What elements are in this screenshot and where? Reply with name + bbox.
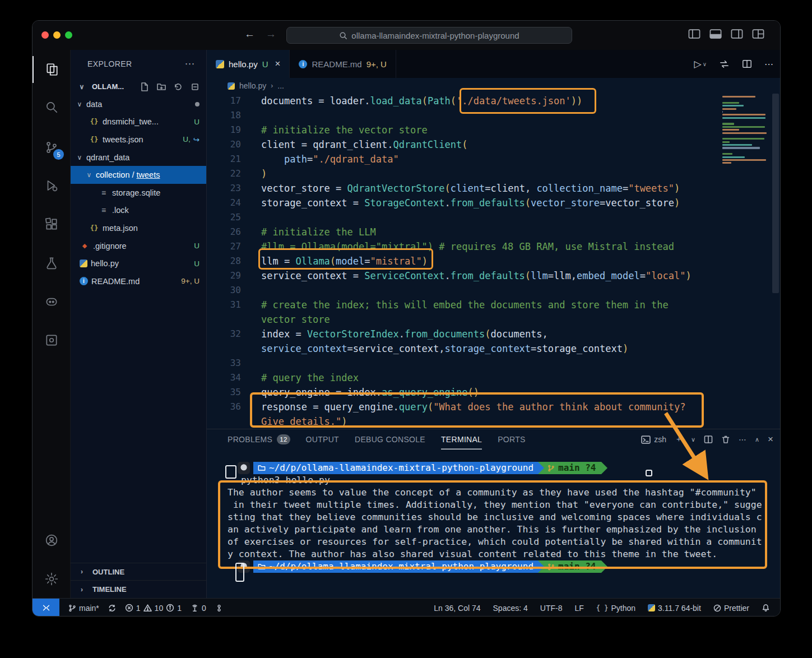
shell-selector[interactable]: zsh bbox=[641, 435, 666, 444]
terminal-prompt-line: ~/d/p/ollama-llamaindex-mixtral-python-p… bbox=[238, 462, 781, 474]
tree-item-gitignore[interactable]: ◆.gitignoreU bbox=[71, 237, 206, 255]
tree-item-dnsmichi-twe[interactable]: {}dnsmichi_twe...U bbox=[71, 113, 206, 131]
tree-item-tweets-json[interactable]: {}tweets.jsonU,↪ bbox=[71, 131, 206, 149]
zoom-window-button[interactable] bbox=[65, 31, 72, 39]
tree-item-data[interactable]: ∨data bbox=[71, 95, 206, 113]
run-debug-icon[interactable] bbox=[33, 172, 71, 199]
line-text: # query the index bbox=[261, 370, 359, 385]
split-editor-icon[interactable] bbox=[742, 59, 752, 69]
new-terminal-icon[interactable]: ＋ bbox=[675, 434, 683, 444]
panel-tab-terminal[interactable]: TERMINAL bbox=[441, 429, 482, 450]
gitlens-status-icon[interactable] bbox=[215, 604, 223, 612]
line-text: vector_store = QdrantVectorStore(client=… bbox=[261, 181, 680, 196]
scm-badge: 5 bbox=[53, 149, 64, 160]
back-button[interactable]: ← bbox=[244, 28, 255, 40]
panel-tab-output[interactable]: OUTPUT bbox=[306, 429, 339, 450]
python-interpreter[interactable]: 3.11.7 64-bit bbox=[648, 604, 701, 613]
toggle-panel-icon[interactable] bbox=[709, 29, 722, 39]
tree-item-meta-json[interactable]: {}meta.json bbox=[71, 219, 206, 237]
remote-tools-icon[interactable] bbox=[33, 327, 71, 354]
panel-tab-label: PROBLEMS bbox=[228, 435, 272, 444]
encoding[interactable]: UTF-8 bbox=[540, 604, 563, 613]
minimap-line bbox=[722, 138, 764, 140]
tab-readme-md[interactable]: i README.md 9+, U bbox=[290, 50, 396, 78]
source-control-icon[interactable]: 5 bbox=[33, 134, 71, 161]
editor-more-icon[interactable]: ⋯ bbox=[764, 59, 773, 69]
breadcrumb[interactable]: hello.py › ... bbox=[207, 78, 781, 94]
terminal-dropdown-icon[interactable]: ∨ bbox=[691, 436, 695, 443]
new-folder-icon[interactable] bbox=[157, 82, 166, 91]
language-mode[interactable]: { } Python bbox=[596, 604, 635, 613]
explorer-more-icon[interactable]: ⋯ bbox=[185, 58, 195, 70]
customize-layout-icon[interactable] bbox=[752, 29, 764, 39]
tree-item-qdrant-data[interactable]: ∨qdrant_data bbox=[71, 149, 206, 166]
panel-tab-label: OUTPUT bbox=[306, 435, 339, 444]
command-center-search[interactable]: ollama-llamaindex-mixtral-python-playgro… bbox=[286, 27, 572, 44]
refresh-icon[interactable] bbox=[174, 82, 183, 91]
code-line: 18 bbox=[207, 108, 781, 123]
terminal[interactable]: ~/d/p/ollama-llamaindex-mixtral-python-p… bbox=[207, 450, 781, 598]
minimap-line bbox=[722, 96, 755, 98]
kill-terminal-icon[interactable] bbox=[721, 435, 730, 444]
close-tab-icon[interactable]: × bbox=[275, 58, 281, 69]
minimize-window-button[interactable] bbox=[53, 31, 61, 39]
forward-button[interactable]: → bbox=[266, 28, 276, 40]
search-view-icon[interactable] bbox=[33, 94, 71, 121]
split-terminal-icon[interactable] bbox=[704, 435, 713, 444]
prettier-icon bbox=[713, 604, 721, 612]
formatter-status[interactable]: Prettier bbox=[713, 604, 749, 613]
sync-status[interactable] bbox=[108, 604, 116, 612]
editor-scrollbar[interactable] bbox=[772, 94, 779, 293]
close-panel-icon[interactable]: × bbox=[768, 434, 773, 445]
toggle-sidebar-icon[interactable] bbox=[688, 29, 700, 39]
tree-item-storage-sqlite[interactable]: ≡storage.sqlite bbox=[71, 184, 206, 202]
terminal-output-line: an actively participate and learn from o… bbox=[228, 523, 781, 536]
chevron-down-icon: ∨ bbox=[85, 171, 94, 179]
extensions-icon[interactable] bbox=[33, 211, 71, 238]
project-section-header[interactable]: ∨ OLLAM... bbox=[71, 78, 206, 95]
line-number: 17 bbox=[207, 94, 241, 108]
line-number bbox=[207, 312, 241, 327]
bottom-panel: PROBLEMS12OUTPUTDEBUG CONSOLETERMINALPOR… bbox=[207, 429, 781, 598]
close-window-button[interactable] bbox=[41, 31, 49, 39]
open-changes-icon[interactable] bbox=[719, 59, 730, 69]
editor-code[interactable]: 17documents = loader.load_data(Path('./d… bbox=[207, 94, 781, 429]
panel-tab-debug-console[interactable]: DEBUG CONSOLE bbox=[355, 429, 425, 450]
terminal-output-line: in their tweet multiple times. Additiona… bbox=[228, 499, 781, 511]
notifications-bell-icon[interactable] bbox=[762, 604, 770, 612]
explorer-icon[interactable] bbox=[33, 56, 71, 83]
remote-indicator[interactable] bbox=[33, 599, 59, 617]
tree-item-lock[interactable]: ≡.lock bbox=[71, 202, 206, 220]
tree-item-hello-py[interactable]: hello.pyU bbox=[71, 254, 206, 272]
code-line: 27#llm = Ollama(model="mixtral") # requi… bbox=[207, 239, 781, 254]
indentation[interactable]: Spaces: 4 bbox=[493, 604, 528, 613]
maximize-panel-icon[interactable]: ∧ bbox=[755, 436, 759, 443]
accounts-icon[interactable] bbox=[33, 527, 71, 554]
new-file-icon[interactable] bbox=[140, 82, 149, 91]
minimap[interactable] bbox=[722, 96, 769, 165]
collapse-all-icon[interactable] bbox=[191, 82, 199, 91]
panel-tab-problems[interactable]: PROBLEMS12 bbox=[228, 429, 290, 450]
testing-beaker-icon[interactable] bbox=[33, 250, 71, 277]
tree-item-readme-md[interactable]: iREADME.md9+, U bbox=[71, 272, 206, 290]
git-branch-status[interactable]: main* bbox=[68, 604, 99, 613]
copilot-icon[interactable] bbox=[33, 288, 71, 315]
minimap-line bbox=[722, 153, 732, 155]
line-text: client = qdrant_client.QdrantClient( bbox=[261, 137, 468, 152]
tab-dirty-badge: U bbox=[262, 59, 268, 69]
eol[interactable]: LF bbox=[574, 604, 583, 613]
tab-hello-py[interactable]: hello.py U × bbox=[207, 50, 290, 78]
run-file-button[interactable]: ▷∨ bbox=[694, 58, 707, 70]
git-status-badge: U bbox=[194, 118, 199, 126]
panel-more-icon[interactable]: ⋯ bbox=[739, 435, 746, 444]
outline-section[interactable]: › OUTLINE bbox=[71, 563, 206, 581]
toggle-secondary-sidebar-icon[interactable] bbox=[731, 29, 743, 39]
cursor-position[interactable]: Ln 36, Col 74 bbox=[434, 604, 480, 613]
line-number: 25 bbox=[207, 210, 241, 225]
tree-item-collection[interactable]: ∨collection / tweets bbox=[71, 166, 206, 184]
settings-gear-icon[interactable] bbox=[33, 566, 71, 592]
ports-status[interactable]: 0 bbox=[191, 604, 206, 613]
timeline-section[interactable]: › TIMELINE bbox=[71, 580, 206, 598]
problems-status[interactable]: 1 10 1 bbox=[125, 604, 182, 613]
panel-tab-ports[interactable]: PORTS bbox=[498, 429, 525, 450]
